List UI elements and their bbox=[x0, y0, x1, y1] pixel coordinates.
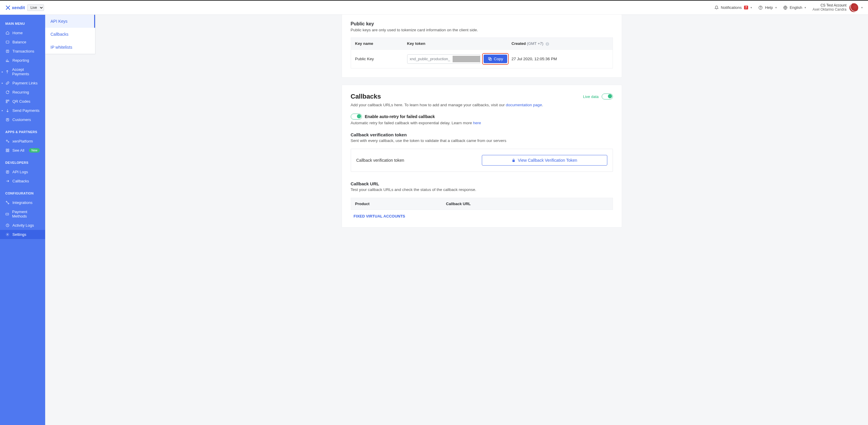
header: xendit Live Notifications 7 ▾ Help ▾ Eng… bbox=[0, 1, 868, 15]
see-all-icon bbox=[5, 149, 9, 153]
col-key-token: Key token bbox=[407, 41, 512, 46]
token-mask bbox=[453, 56, 480, 62]
sidebar-item-qr-codes[interactable]: QR Codes bbox=[0, 97, 45, 106]
brand-logo[interactable]: xendit bbox=[5, 5, 25, 10]
live-data-label: Live data bbox=[583, 94, 599, 99]
settings-icon bbox=[5, 233, 9, 237]
callbacks-icon bbox=[5, 179, 9, 183]
col-callback-url: Callback URL bbox=[446, 202, 609, 206]
notifications-menu[interactable]: Notifications 7 ▾ bbox=[714, 5, 752, 10]
documentation-link[interactable]: documentation page bbox=[506, 103, 542, 107]
public-key-panel: Public key Public keys are only used to … bbox=[342, 15, 622, 77]
view-token-button[interactable]: View Callback Verification Token bbox=[482, 155, 607, 166]
sidebar-item-settings[interactable]: Settings bbox=[0, 230, 45, 239]
caret-right-icon: ▸ bbox=[2, 82, 3, 85]
home-icon bbox=[5, 31, 9, 35]
send-payments-icon bbox=[5, 109, 9, 113]
callbacks-title: Callbacks bbox=[351, 93, 381, 100]
activity-logs-icon bbox=[5, 223, 9, 228]
sidebar-item-accept-payments[interactable]: ▸ Accept Payments bbox=[0, 65, 45, 78]
svg-rect-13 bbox=[8, 149, 9, 150]
callback-url-desc: Test your callback URLs and check the st… bbox=[351, 188, 613, 192]
xendit-logo-icon bbox=[5, 5, 11, 10]
chevron-down-icon: ▾ bbox=[861, 6, 863, 9]
auto-retry-label: Enable auto-retry for failed callback bbox=[365, 114, 435, 119]
payment-methods-icon bbox=[5, 212, 9, 216]
sidebar-item-transactions[interactable]: Transactions bbox=[0, 46, 45, 56]
sidebar-item-payment-methods[interactable]: Payment Methods bbox=[0, 207, 45, 221]
verify-title: Callback verification token bbox=[351, 132, 613, 137]
copy-highlight: Copy bbox=[482, 53, 509, 65]
globe-icon bbox=[783, 6, 787, 10]
public-key-row: Public Key xnd_public_production_ Copy bbox=[351, 49, 613, 68]
sidebar-heading-apps: APPS & PARTNERS bbox=[0, 128, 45, 137]
auto-retry-desc: Automatic retry for failed callback with… bbox=[351, 121, 613, 125]
xenplatform-icon bbox=[5, 139, 9, 143]
auto-retry-toggle[interactable] bbox=[351, 113, 362, 120]
help-icon bbox=[758, 6, 763, 10]
svg-rect-5 bbox=[6, 100, 7, 101]
payment-links-icon bbox=[5, 81, 9, 85]
svg-rect-6 bbox=[8, 100, 9, 101]
environment-select[interactable]: Live bbox=[27, 4, 44, 11]
svg-rect-3 bbox=[6, 41, 9, 43]
svg-point-21 bbox=[7, 234, 8, 235]
verify-desc: Sent with every callback, use the token … bbox=[351, 138, 613, 143]
svg-rect-15 bbox=[8, 151, 9, 152]
row-created: 27 Jul 2020, 12:05:36 PM bbox=[512, 57, 609, 61]
sidebar-item-customers[interactable]: Customers bbox=[0, 115, 45, 124]
submenu-item-ip-whitelists[interactable]: IP whitelists bbox=[45, 41, 95, 54]
help-menu[interactable]: Help ▾ bbox=[758, 5, 777, 10]
svg-point-9 bbox=[7, 119, 8, 120]
sidebar-heading-main-menu: MAIN MENU bbox=[0, 20, 45, 28]
token-prefix: xnd_public_production_ bbox=[407, 57, 453, 61]
main-content: Public key Public keys are only used to … bbox=[95, 15, 868, 425]
sidebar-item-api-logs[interactable]: API Logs bbox=[0, 167, 45, 176]
col-created: Created (GMT +7) i bbox=[512, 41, 609, 46]
notifications-badge: 7 bbox=[744, 6, 748, 9]
sidebar-item-send-payments[interactable]: ▸ Send Payments bbox=[0, 106, 45, 115]
sidebar-item-xenplatform[interactable]: xenPlatform bbox=[0, 137, 45, 146]
verify-box-label: Callback verification token bbox=[356, 158, 404, 163]
caret-right-icon: ▸ bbox=[2, 70, 3, 73]
chevron-down-icon: ▾ bbox=[750, 6, 752, 9]
lock-icon bbox=[512, 159, 516, 162]
submenu-item-api-keys[interactable]: API Keys bbox=[45, 15, 95, 28]
submenu-item-callbacks[interactable]: Callbacks bbox=[45, 28, 95, 41]
api-logs-icon bbox=[5, 170, 9, 174]
sidebar-item-integrations[interactable]: Integrations bbox=[0, 198, 45, 207]
sidebar-item-activity-logs[interactable]: Activity Logs bbox=[0, 221, 45, 230]
callback-url-table-header: Product Callback URL bbox=[351, 198, 613, 210]
callbacks-desc: Add your callback URLs here. To learn ho… bbox=[351, 103, 613, 107]
new-badge: New bbox=[29, 148, 39, 153]
callbacks-panel: Callbacks Live data Add your callback UR… bbox=[342, 85, 622, 227]
language-menu[interactable]: English ▾ bbox=[783, 5, 806, 10]
sidebar-item-home[interactable]: Home bbox=[0, 28, 45, 37]
account-menu[interactable]: CS Test Account Axel Oktarino Candra ▾ bbox=[812, 3, 863, 12]
brand-text: xendit bbox=[12, 5, 25, 10]
public-key-table-header: Key name Key token Created (GMT +7) i bbox=[351, 37, 613, 49]
public-key-token-field[interactable]: xnd_public_production_ bbox=[407, 54, 480, 64]
account-user: Axel Oktarino Candra bbox=[812, 8, 846, 12]
info-icon: i bbox=[546, 42, 549, 46]
qr-codes-icon bbox=[5, 99, 9, 104]
verify-token-box: Callback verification token View Callbac… bbox=[351, 149, 613, 172]
col-key-name: Key name bbox=[355, 41, 407, 46]
copy-button[interactable]: Copy bbox=[484, 55, 507, 63]
sidebar-item-callbacks[interactable]: Callbacks bbox=[0, 176, 45, 186]
sidebar-heading-configuration: CONFIGURATION bbox=[0, 190, 45, 198]
live-data-toggle[interactable] bbox=[602, 94, 613, 99]
sidebar-item-recurring[interactable]: Recurring bbox=[0, 88, 45, 97]
settings-submenu: API Keys Callbacks IP whitelists bbox=[45, 15, 95, 54]
svg-point-10 bbox=[6, 140, 7, 141]
chevron-down-icon: ▾ bbox=[775, 6, 777, 9]
sidebar-item-payment-links[interactable]: ▸ Payment Links bbox=[0, 78, 45, 88]
sidebar-item-see-all[interactable]: See All New bbox=[0, 146, 45, 155]
learn-more-link[interactable]: here bbox=[473, 121, 481, 125]
accept-payments-icon bbox=[5, 70, 9, 74]
callback-group-fva[interactable]: FIXED VIRTUAL ACCOUNTS bbox=[351, 210, 613, 219]
caret-right-icon: ▸ bbox=[2, 109, 3, 112]
sidebar-item-balance[interactable]: Balance bbox=[0, 37, 45, 46]
sidebar-item-reporting[interactable]: Reporting bbox=[0, 56, 45, 65]
reporting-icon bbox=[5, 59, 9, 63]
